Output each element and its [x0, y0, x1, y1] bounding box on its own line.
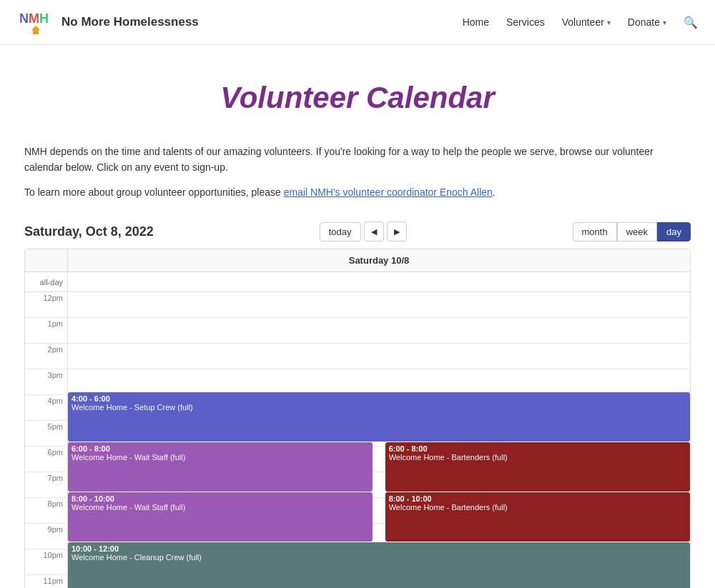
- calendar-event-ev5[interactable]: 8:00 - 10:00Welcome Home - Bartenders (f…: [385, 492, 690, 542]
- calendar-event-ev2[interactable]: 6:00 - 8:00Welcome Home - Wait Staff (fu…: [68, 442, 373, 492]
- week-view-button[interactable]: week: [617, 222, 657, 241]
- calendar-event-ev3[interactable]: 6:00 - 8:00Welcome Home - Bartenders (fu…: [385, 442, 690, 492]
- site-logo: N M H: [17, 7, 54, 37]
- chevron-down-icon: ▾: [607, 19, 611, 26]
- all-day-label: all-day: [25, 272, 68, 291]
- calendar-body: 12pm 1pm 2pm 3pm 4pm: [25, 292, 690, 588]
- nav-donate[interactable]: Donate ▾: [628, 16, 666, 28]
- nav-volunteer[interactable]: Volunteer ▾: [562, 16, 611, 28]
- page-title: Volunteer Calendar: [24, 81, 691, 115]
- today-button[interactable]: today: [320, 222, 361, 241]
- calendar-grid: Saturday 10/8 all-day 12pm 1pm 2p: [24, 249, 691, 588]
- main-nav: Home Services Volunteer ▾ Donate ▾ 🔍: [463, 16, 698, 29]
- time-header-spacer: [25, 249, 68, 271]
- logo-area: N M H No More Homelessness: [17, 7, 199, 37]
- calendar-event-ev4[interactable]: 8:00 - 10:00Welcome Home - Wait Staff (f…: [68, 492, 373, 542]
- next-button[interactable]: ▶: [387, 221, 407, 241]
- calendar-event-ev1[interactable]: 4:00 - 6:00Welcome Home - Setup Crew (fu…: [68, 392, 690, 442]
- svg-rect-5: [33, 30, 39, 34]
- search-icon[interactable]: 🔍: [684, 16, 698, 29]
- calendar-container: Saturday, Oct 8, 2022 today ◀ ▶ month we…: [24, 221, 691, 588]
- hour-row-12pm: 12pm: [25, 292, 690, 318]
- calendar-nav-controls: today ◀ ▶: [320, 221, 407, 241]
- calendar-event-ev6[interactable]: 10:00 - 12:00Welcome Home - Cleanup Crew…: [68, 542, 690, 588]
- site-header: N M H No More Homelessness Home Services…: [0, 0, 715, 45]
- main-content: Volunteer Calendar NMH depends on the ti…: [7, 45, 708, 588]
- all-day-content: [68, 272, 690, 291]
- calendar-day-header: Saturday 10/8: [68, 249, 690, 271]
- prev-button[interactable]: ◀: [364, 221, 384, 241]
- day-view-button[interactable]: day: [657, 222, 691, 241]
- description-paragraph-2: To learn more about group volunteer oppo…: [24, 184, 691, 200]
- chevron-down-icon: ▾: [663, 19, 666, 26]
- hour-row-2pm: 2pm: [25, 344, 690, 369]
- calendar-date-label: Saturday, Oct 8, 2022: [24, 224, 154, 239]
- svg-text:M: M: [29, 11, 39, 26]
- site-title: No More Homelessness: [61, 15, 199, 29]
- calendar-toolbar: Saturday, Oct 8, 2022 today ◀ ▶ month we…: [24, 221, 691, 241]
- volunteer-coordinator-link[interactable]: email NMH's volunteer coordinator Enoch …: [284, 186, 493, 198]
- description-paragraph-1: NMH depends on the time and talents of o…: [24, 144, 691, 176]
- svg-text:H: H: [39, 11, 49, 26]
- month-view-button[interactable]: month: [573, 222, 617, 241]
- hour-row-3pm: 3pm: [25, 369, 690, 395]
- nav-services[interactable]: Services: [506, 16, 545, 28]
- all-day-row: all-day: [25, 272, 690, 292]
- calendar-header-row: Saturday 10/8: [25, 249, 690, 272]
- nav-home[interactable]: Home: [463, 16, 489, 28]
- hour-row-1pm: 1pm: [25, 318, 690, 344]
- calendar-view-buttons: month week day: [573, 222, 691, 241]
- svg-text:N: N: [19, 11, 29, 26]
